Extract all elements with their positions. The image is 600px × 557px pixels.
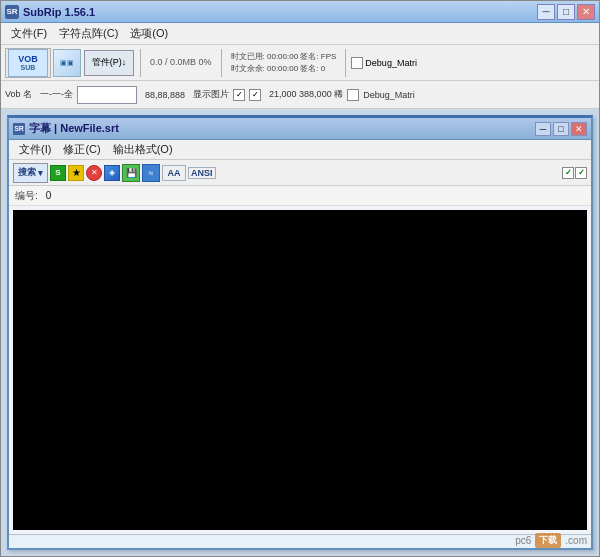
inner-window: SR 字幕 | NewFile.srt ─ □ ✕ 文件(I) 修正(C) 输出… bbox=[7, 115, 593, 550]
show-frame-label: 显示图片 bbox=[193, 88, 229, 101]
spell-check-icon[interactable]: S bbox=[50, 165, 66, 181]
outer-window: SR SubRip 1.56.1 ─ □ ✕ 文件(F) 字符点阵(C) 选项(… bbox=[0, 0, 600, 557]
vob-name-label: Vob 名 bbox=[5, 88, 32, 101]
extra-check[interactable] bbox=[347, 89, 359, 101]
outer-title-bar: SR SubRip 1.56.1 ─ □ ✕ bbox=[1, 1, 599, 23]
num-label: 一-一-全 bbox=[40, 88, 73, 101]
app-icon: SR bbox=[5, 5, 19, 19]
inner-menu-file[interactable]: 文件(I) bbox=[13, 140, 57, 159]
minimize-button[interactable]: ─ bbox=[537, 4, 555, 20]
vob-icon[interactable]: VOB SUB bbox=[8, 49, 48, 77]
separator2 bbox=[221, 49, 222, 77]
number-label: 编号: bbox=[15, 189, 38, 203]
check-group: ✓ ✓ bbox=[562, 167, 587, 179]
toolbar-check2[interactable]: ✓ bbox=[575, 167, 587, 179]
video-preview-area bbox=[13, 210, 587, 530]
close-button[interactable]: ✕ bbox=[577, 4, 595, 20]
workspace-area: SR 字幕 | NewFile.srt ─ □ ✕ 文件(I) 修正(C) 输出… bbox=[1, 109, 599, 556]
inner-maximize-button[interactable]: □ bbox=[553, 122, 569, 136]
menu-charset[interactable]: 字符点阵(C) bbox=[53, 24, 124, 43]
separator1 bbox=[140, 49, 141, 77]
time-left: 时文余余: 00:00:00 签名: 0 bbox=[231, 63, 337, 74]
sub-label: SUB bbox=[21, 64, 36, 71]
outer-menu-bar: 文件(F) 字符点阵(C) 选项(O) bbox=[1, 23, 599, 45]
inner-menu-correct[interactable]: 修正(C) bbox=[57, 140, 106, 159]
vob-label: VOB bbox=[18, 54, 38, 64]
site-label: pc6 bbox=[515, 535, 531, 546]
toolbar-row1: VOB SUB ▣▣ 管件(P)↓ 0.0 / 0.0MB 0% 时文已用: 0… bbox=[1, 45, 599, 81]
inner-menu-bar: 文件(I) 修正(C) 输出格式(O) bbox=[9, 140, 591, 160]
encoding-button[interactable]: ANSI bbox=[188, 167, 216, 179]
wave-icon[interactable]: ≈ bbox=[142, 164, 160, 182]
search-dropdown[interactable]: 搜索 ▾ bbox=[13, 163, 48, 183]
debug-label2: Debug_Matri bbox=[363, 90, 415, 100]
time-used: 时文已用: 00:00:00 签名: FPS bbox=[231, 51, 337, 62]
maximize-button[interactable]: □ bbox=[557, 4, 575, 20]
delete-icon[interactable]: ✕ bbox=[86, 165, 102, 181]
vob-group: VOB SUB bbox=[5, 48, 51, 78]
time-info: 时文已用: 00:00:00 签名: FPS 时文余余: 00:00:00 签名… bbox=[227, 51, 341, 73]
editor-number-row: 编号: 0 bbox=[9, 186, 591, 206]
bookmark-icon[interactable]: ★ bbox=[68, 165, 84, 181]
open-button[interactable]: 管件(P)↓ bbox=[84, 50, 134, 76]
show-frame-check2[interactable]: ✓ bbox=[249, 89, 261, 101]
domain-label: .com bbox=[565, 535, 587, 546]
coord-input[interactable] bbox=[77, 86, 137, 104]
inner-minimize-button[interactable]: ─ bbox=[535, 122, 551, 136]
debug-checkbox[interactable] bbox=[351, 57, 363, 69]
inner-menu-output[interactable]: 输出格式(O) bbox=[107, 140, 179, 159]
frame-coord: 21,000 388,000 稀 bbox=[269, 88, 343, 101]
toolbar-row2: Vob 名 一-一-全 88,88,888 显示图片 ✓ ✓ 21,000 38… bbox=[1, 81, 599, 109]
number-value: 0 bbox=[46, 190, 52, 201]
menu-file[interactable]: 文件(F) bbox=[5, 24, 53, 43]
size-label: 88,88,888 bbox=[145, 90, 185, 100]
watermark: pc6 下载 .com bbox=[515, 533, 587, 548]
color-icon[interactable]: ◈ bbox=[104, 165, 120, 181]
show-frame-check1[interactable]: ✓ bbox=[233, 89, 245, 101]
inner-toolbar: 搜索 ▾ S ★ ✕ ◈ 💾 bbox=[9, 160, 591, 186]
progress-icon[interactable]: ▣▣ bbox=[53, 49, 81, 77]
inner-app-icon: SR bbox=[13, 123, 25, 135]
toolbar-check1[interactable]: ✓ bbox=[562, 167, 574, 179]
download-badge: 下载 bbox=[535, 533, 561, 548]
size-info: 0.0 / 0.0MB 0% bbox=[150, 56, 212, 69]
save-icon[interactable]: 💾 bbox=[122, 164, 140, 182]
info-block1: 0.0 / 0.0MB 0% bbox=[146, 56, 216, 69]
dropdown-arrow: ▾ bbox=[38, 168, 43, 178]
debug-checkbox-group: Debug_Matri bbox=[351, 57, 417, 69]
menu-options[interactable]: 选项(O) bbox=[124, 24, 174, 43]
inner-title-bar: SR 字幕 | NewFile.srt ─ □ ✕ bbox=[9, 118, 591, 140]
app-title: SubRip 1.56.1 bbox=[23, 6, 535, 18]
separator3 bbox=[345, 49, 346, 77]
inner-status-bar bbox=[9, 534, 591, 548]
font-size-icon[interactable]: AA bbox=[162, 165, 186, 181]
debug-label: Debug_Matri bbox=[365, 58, 417, 68]
inner-close-button[interactable]: ✕ bbox=[571, 122, 587, 136]
inner-window-title: 字幕 | NewFile.srt bbox=[29, 121, 533, 136]
